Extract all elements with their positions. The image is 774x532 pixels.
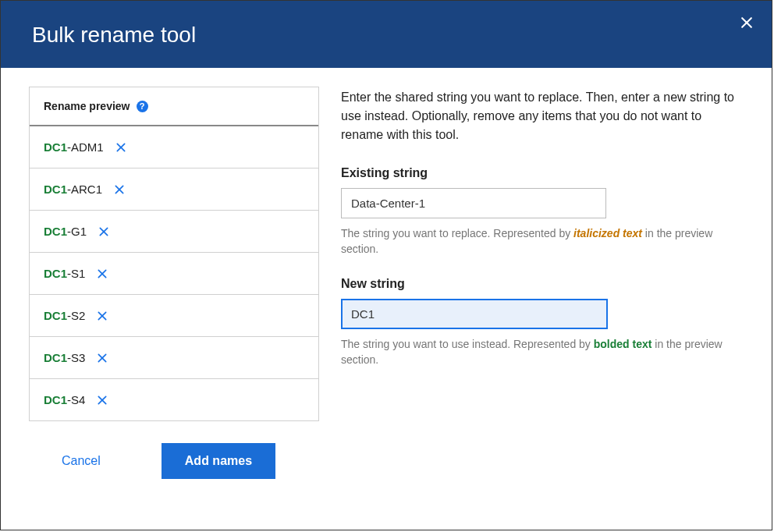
help-icon[interactable]: ? <box>137 101 148 112</box>
modal-header: Bulk rename tool <box>1 1 772 68</box>
preview-item-text: DC1-G1 <box>44 225 87 238</box>
new-string-label: New string <box>341 277 744 291</box>
preview-item: DC1-ADM1 <box>30 126 318 168</box>
right-panel: Enter the shared string you want to repl… <box>341 87 744 479</box>
preview-item-text: DC1-ARC1 <box>44 183 102 196</box>
preview-bold-part: DC1 <box>44 267 67 280</box>
left-panel: Rename preview ? DC1-ADM1DC1-ARC1DC1-G1D… <box>29 87 319 479</box>
preview-bold-part: DC1 <box>44 183 67 196</box>
preview-rest-part: -S4 <box>67 393 85 406</box>
preview-rest-part: -ADM1 <box>67 140 104 154</box>
bolded-text-emph: bolded text <box>594 338 652 350</box>
add-names-button[interactable]: Add names <box>162 443 275 479</box>
preview-item: DC1-ARC1 <box>30 168 318 211</box>
remove-item-icon[interactable] <box>96 394 108 406</box>
existing-string-input[interactable] <box>341 188 606 218</box>
new-string-group: New string The string you want to use in… <box>341 277 744 367</box>
preview-bold-part: DC1 <box>44 140 67 154</box>
preview-rest-part: -S2 <box>67 309 85 322</box>
preview-item: DC1-S3 <box>30 337 318 379</box>
preview-item-text: DC1-ADM1 <box>44 140 104 154</box>
preview-rest-part: -S3 <box>67 351 85 364</box>
preview-rest-part: -G1 <box>67 225 87 238</box>
remove-item-icon[interactable] <box>113 183 126 196</box>
preview-bold-part: DC1 <box>44 225 67 238</box>
preview-item: DC1-S4 <box>30 379 318 420</box>
preview-item-text: DC1-S2 <box>44 309 85 322</box>
remove-item-icon[interactable] <box>96 352 108 364</box>
preview-item-text: DC1-S1 <box>44 267 85 280</box>
preview-header-label: Rename preview <box>44 100 130 112</box>
preview-item: DC1-S2 <box>30 295 318 337</box>
existing-string-helper: The string you want to replace. Represen… <box>341 226 744 257</box>
modal-title: Bulk rename tool <box>32 23 196 48</box>
modal-body: Rename preview ? DC1-ADM1DC1-ARC1DC1-G1D… <box>1 68 772 498</box>
remove-item-icon[interactable] <box>115 141 127 154</box>
remove-item-icon[interactable] <box>96 310 108 322</box>
button-row: Cancel Add names <box>29 443 319 479</box>
preview-item: DC1-S1 <box>30 253 318 295</box>
italicized-text-emph: italicized text <box>573 227 642 239</box>
preview-item-text: DC1-S4 <box>44 393 85 406</box>
preview-rest-part: -S1 <box>67 267 85 280</box>
instructions-text: Enter the shared string you want to repl… <box>341 88 744 144</box>
existing-string-label: Existing string <box>341 166 744 180</box>
new-string-helper: The string you want to use instead. Repr… <box>341 337 744 367</box>
preview-box: Rename preview ? DC1-ADM1DC1-ARC1DC1-G1D… <box>29 87 319 421</box>
cancel-button[interactable]: Cancel <box>62 454 101 468</box>
preview-bold-part: DC1 <box>44 351 67 364</box>
bulk-rename-modal: Bulk rename tool Rename preview ? DC1-AD… <box>0 0 772 530</box>
preview-list: DC1-ADM1DC1-ARC1DC1-G1DC1-S1DC1-S2DC1-S3… <box>30 126 318 420</box>
new-string-input[interactable] <box>341 299 608 329</box>
preview-item-text: DC1-S3 <box>44 351 85 364</box>
preview-item: DC1-G1 <box>30 211 318 253</box>
preview-bold-part: DC1 <box>44 393 67 406</box>
remove-item-icon[interactable] <box>98 225 110 238</box>
preview-bold-part: DC1 <box>44 309 67 322</box>
preview-rest-part: -ARC1 <box>67 183 102 196</box>
remove-item-icon[interactable] <box>96 268 108 280</box>
close-icon[interactable] <box>739 15 754 34</box>
preview-header: Rename preview ? <box>30 87 318 126</box>
existing-string-group: Existing string The string you want to r… <box>341 166 744 257</box>
